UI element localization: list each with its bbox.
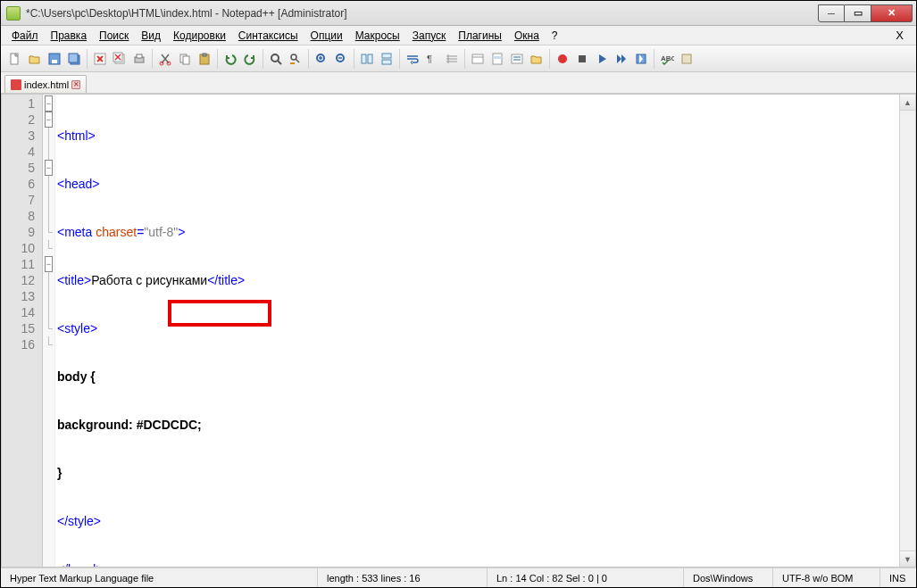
fold-column[interactable]: − − − −: [43, 95, 55, 567]
status-bar: Hyper Text Markup Language file length :…: [1, 567, 916, 587]
save-icon[interactable]: [46, 50, 63, 68]
menu-file[interactable]: Файл: [6, 28, 44, 44]
tab-bar: index.html ✕: [1, 72, 916, 94]
editor-area: 1234 5678 9101112 13141516 − − − −: [1, 94, 916, 567]
menu-view[interactable]: Вид: [136, 28, 166, 44]
user-lang-icon[interactable]: [469, 50, 487, 68]
svg-rect-23: [382, 60, 391, 64]
print-icon[interactable]: [130, 50, 148, 68]
svg-rect-13: [183, 56, 189, 64]
file-tab-label: index.html: [24, 79, 69, 90]
svg-rect-25: [472, 54, 483, 63]
menu-plugins[interactable]: Плагины: [453, 28, 507, 44]
play-macro-icon[interactable]: [593, 50, 611, 68]
toolbar: ¶ ABC: [1, 46, 916, 72]
status-length: length : 533 lines : 16: [318, 568, 488, 587]
new-file-icon[interactable]: [6, 50, 24, 68]
menu-run[interactable]: Запуск: [407, 28, 452, 44]
svg-rect-21: [368, 54, 372, 63]
menu-windows[interactable]: Окна: [509, 28, 545, 44]
menu-search[interactable]: Поиск: [94, 28, 134, 44]
stop-macro-icon[interactable]: [573, 50, 591, 68]
svg-rect-22: [382, 54, 391, 58]
replace-icon[interactable]: [287, 50, 304, 68]
menu-syntax[interactable]: Синтаксисы: [233, 28, 304, 44]
save-macro-icon[interactable]: [632, 50, 650, 68]
plugin-icon[interactable]: [678, 50, 696, 68]
close-file-icon[interactable]: [91, 50, 109, 68]
svg-rect-20: [362, 54, 366, 63]
menu-macros[interactable]: Макросы: [350, 28, 405, 44]
svg-rect-33: [682, 54, 691, 63]
close-button[interactable]: ✕: [871, 4, 913, 22]
title-bar[interactable]: *C:\Users\pc\Desktop\HTML\index.html - N…: [1, 1, 916, 26]
menu-options[interactable]: Опции: [305, 28, 348, 44]
menu-edit[interactable]: Правка: [46, 28, 93, 44]
svg-point-29: [558, 54, 567, 63]
record-macro-icon[interactable]: [554, 50, 571, 68]
menu-encoding[interactable]: Кодировки: [168, 28, 231, 44]
window-title: *C:\Users\pc\Desktop\HTML\index.html - N…: [26, 7, 346, 20]
doc-map-icon[interactable]: [488, 50, 506, 68]
cut-icon[interactable]: [156, 50, 174, 68]
wordwrap-icon[interactable]: [404, 50, 421, 68]
redo-icon[interactable]: [241, 50, 259, 68]
spellcheck-icon[interactable]: ABC: [658, 50, 676, 68]
func-list-icon[interactable]: [508, 50, 526, 68]
svg-rect-28: [512, 54, 522, 63]
svg-rect-9: [137, 54, 142, 58]
code-editor[interactable]: <html> <head> <meta charset="utf-8"> <ti…: [55, 95, 899, 567]
maximize-button[interactable]: ▭: [845, 4, 871, 22]
svg-rect-4: [69, 54, 78, 62]
file-tab[interactable]: index.html ✕: [4, 75, 87, 93]
file-tab-icon: [11, 79, 21, 90]
svg-rect-15: [203, 54, 206, 56]
zoom-out-icon[interactable]: [332, 50, 350, 68]
svg-rect-30: [579, 55, 586, 62]
folder-view-icon[interactable]: [528, 50, 546, 68]
vertical-scrollbar[interactable]: ▲ ▼: [899, 95, 915, 567]
tab-close-icon[interactable]: ✕: [71, 80, 80, 89]
save-all-icon[interactable]: [65, 50, 83, 68]
open-file-icon[interactable]: [26, 50, 44, 68]
close-all-icon[interactable]: [111, 50, 129, 68]
sync-v-icon[interactable]: [358, 50, 376, 68]
svg-point-16: [271, 54, 279, 62]
menu-bar: Файл Правка Поиск Вид Кодировки Синтакси…: [1, 26, 916, 46]
svg-rect-2: [52, 60, 57, 63]
scroll-up-icon[interactable]: ▲: [900, 95, 915, 111]
status-eol[interactable]: Dos\Windows: [684, 568, 773, 587]
menubar-close-doc[interactable]: X: [888, 29, 911, 42]
svg-rect-27: [493, 56, 502, 59]
copy-icon[interactable]: [176, 50, 194, 68]
svg-text:¶: ¶: [427, 54, 432, 64]
paste-icon[interactable]: [196, 50, 213, 68]
undo-icon[interactable]: [221, 50, 239, 68]
indent-guide-icon[interactable]: [443, 50, 461, 68]
line-number-gutter: 1234 5678 9101112 13141516: [2, 95, 43, 567]
app-icon: [6, 6, 21, 21]
menu-help[interactable]: ?: [546, 28, 563, 44]
status-encoding[interactable]: UTF-8 w/o BOM: [773, 568, 880, 587]
zoom-in-icon[interactable]: [313, 50, 330, 68]
play-multi-icon[interactable]: [613, 50, 630, 68]
sync-h-icon[interactable]: [378, 50, 396, 68]
app-window: *C:\Users\pc\Desktop\HTML\index.html - N…: [0, 0, 917, 588]
scroll-down-icon[interactable]: ▼: [900, 551, 915, 567]
minimize-button[interactable]: ─: [818, 4, 845, 22]
status-filetype: Hyper Text Markup Language file: [1, 568, 318, 587]
find-icon[interactable]: [267, 50, 285, 68]
status-position: Ln : 14 Col : 82 Sel : 0 | 0: [488, 568, 684, 587]
status-insert-mode[interactable]: INS: [880, 568, 916, 587]
show-all-chars-icon[interactable]: ¶: [423, 50, 441, 68]
